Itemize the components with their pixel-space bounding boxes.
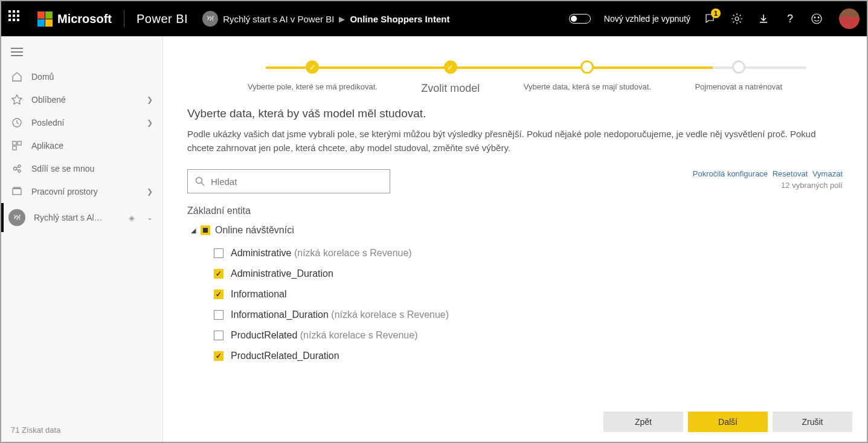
svg-rect-8 xyxy=(13,141,16,145)
hamburger-icon[interactable] xyxy=(1,41,162,65)
sidebar: Domů Oblíbené ❯ Poslední ❯ Aplikace Sdíl… xyxy=(1,36,163,442)
sidebar-item-workspace[interactable]: Pracovní prostory ❯ xyxy=(1,180,162,203)
field-checkbox[interactable] xyxy=(214,289,223,299)
step-label: Pojmenovat a natrénovat xyxy=(695,82,782,91)
top-bar: Microsoft Power BI ਅ Rychlý start s AI v… xyxy=(1,1,867,36)
sidebar-item-label: Aplikace xyxy=(31,141,63,150)
star-icon xyxy=(11,94,23,105)
next-button[interactable]: Další xyxy=(688,412,768,432)
root-checkbox[interactable] xyxy=(201,225,210,235)
sidebar-item-home[interactable]: Domů xyxy=(1,65,162,88)
field-checkbox[interactable] xyxy=(214,351,223,361)
feedback-icon[interactable] xyxy=(810,12,823,25)
field-item[interactable]: Administrative (nízká korelace s Revenue… xyxy=(187,243,833,264)
app-launcher-icon[interactable] xyxy=(8,10,25,27)
chevron-down-icon[interactable]: ⌄ xyxy=(147,213,153,222)
sidebar-active-label: Rychlý start s Al… xyxy=(34,213,103,222)
svg-rect-9 xyxy=(18,141,21,145)
search-row: Pokročilá konfigurace Resetovat Vymazat … xyxy=(187,169,843,193)
search-input[interactable] xyxy=(211,176,382,187)
sidebar-footer[interactable]: 71 Získat data xyxy=(1,418,162,442)
sidebar-item-apps[interactable]: Aplikace xyxy=(1,134,162,157)
field-item[interactable]: Informational_Duration (nízká korelace s… xyxy=(187,305,833,325)
notification-badge: 1 xyxy=(711,8,721,18)
svg-point-2 xyxy=(814,17,815,18)
clock-icon xyxy=(11,117,23,128)
field-checkbox[interactable] xyxy=(214,269,223,279)
microsoft-logo: Microsoft xyxy=(37,11,112,27)
svg-point-1 xyxy=(812,14,821,24)
field-item[interactable]: Administrative_Duration xyxy=(187,264,833,284)
main: ✓ Vyberte pole, které se má predikovat.✓… xyxy=(163,36,867,442)
chevron-right-icon: ❯ xyxy=(147,187,153,196)
settings-icon[interactable] xyxy=(730,12,744,25)
premium-diamond-icon: ◈ xyxy=(129,213,135,222)
field-label: ProductRelated (nízká korelace s Revenue… xyxy=(231,330,418,341)
top-right-controls: Nový vzhled je vypnutý 1 ? xyxy=(569,8,860,29)
help-icon[interactable]: ? xyxy=(783,12,797,25)
breadcrumb-workspace[interactable]: Rychlý start s AI v Power BI xyxy=(223,14,334,24)
user-avatar[interactable] xyxy=(839,8,860,29)
step-label: Zvolit model xyxy=(421,82,480,95)
step-0: ✓ Vyberte pole, které se má predikovat. xyxy=(248,60,378,95)
field-item[interactable]: ProductRelated_Duration xyxy=(187,346,833,366)
field-label: Informational xyxy=(231,289,287,300)
microsoft-logo-icon xyxy=(37,11,53,27)
new-look-toggle[interactable] xyxy=(569,14,591,24)
entity-heading: Základní entita xyxy=(187,205,833,216)
home-icon xyxy=(11,71,23,82)
product-label: Power BI xyxy=(137,12,188,26)
wizard-footer: Zpět Další Zrušit xyxy=(163,401,867,442)
advanced-config-link[interactable]: Pokročilá konfigurace xyxy=(693,169,768,178)
chevron-right-icon: ❯ xyxy=(147,118,153,127)
breadcrumb-current: Online Shoppers Intent xyxy=(350,14,449,24)
step-dot-icon xyxy=(732,60,745,74)
chevron-right-icon: ▶ xyxy=(339,15,345,24)
workspace-avatar-icon[interactable]: ਅ xyxy=(202,11,218,27)
workspace-pill-icon: ਅ xyxy=(8,209,25,226)
sidebar-item-star[interactable]: Oblíbené ❯ xyxy=(1,88,162,111)
sidebar-item-label: Poslední xyxy=(31,118,64,128)
clear-link[interactable]: Vymazat xyxy=(812,169,843,178)
svg-rect-10 xyxy=(13,146,16,150)
step-3: Pojmenovat a natrénovat xyxy=(695,60,782,95)
sidebar-item-label: Domů xyxy=(31,72,54,82)
sidebar-item-share[interactable]: Sdílí se se mnou xyxy=(1,157,162,180)
entity-root-label: Online návštěvníci xyxy=(215,225,294,236)
selected-count: 12 vybraných polí xyxy=(690,181,843,190)
field-checkbox[interactable] xyxy=(214,331,223,340)
reset-link[interactable]: Resetovat xyxy=(773,169,808,178)
entity-root[interactable]: ◢ Online návštěvníci xyxy=(191,225,833,236)
step-2: Vyberte data, která se mají studovat. xyxy=(524,60,651,95)
search-box[interactable] xyxy=(187,169,390,193)
field-item[interactable]: Informational xyxy=(187,284,833,305)
field-label: ProductRelated_Duration xyxy=(231,351,339,361)
tree-collapse-icon[interactable]: ◢ xyxy=(191,227,196,234)
sidebar-item-label: Oblíbené xyxy=(31,95,66,105)
stepper: ✓ Vyberte pole, které se má predikovat.✓… xyxy=(163,36,867,95)
download-icon[interactable] xyxy=(757,12,770,25)
svg-rect-15 xyxy=(14,187,20,189)
svg-line-17 xyxy=(202,183,205,186)
step-dot-icon: ✓ xyxy=(444,60,457,74)
notifications-icon[interactable]: 1 xyxy=(704,12,717,25)
content: Vyberte data, která by váš model měl stu… xyxy=(163,95,867,401)
svg-point-0 xyxy=(735,17,739,21)
svg-point-11 xyxy=(14,167,17,170)
new-look-label: Nový vzhled je vypnutý xyxy=(604,14,690,24)
workspace-icon xyxy=(11,186,23,197)
sidebar-item-active-workspace[interactable]: ਅ Rychlý start s Al… ◈ ⌄ xyxy=(1,203,162,232)
sidebar-item-label: Pracovní prostory xyxy=(31,187,98,196)
step-1: ✓ Zvolit model xyxy=(421,60,480,95)
apps-icon xyxy=(11,140,23,151)
share-icon xyxy=(11,163,23,174)
field-checkbox[interactable] xyxy=(214,310,223,320)
field-item[interactable]: ProductRelated (nízká korelace s Revenue… xyxy=(187,325,833,346)
cancel-button[interactable]: Zrušit xyxy=(773,412,852,432)
back-button[interactable]: Zpět xyxy=(603,412,683,432)
sidebar-item-clock[interactable]: Poslední ❯ xyxy=(1,111,162,134)
svg-point-16 xyxy=(196,178,202,184)
breadcrumb: ਅ Rychlý start s AI v Power BI ▶ Online … xyxy=(202,11,449,27)
page-title: Vyberte data, která by váš model měl stu… xyxy=(187,107,843,120)
field-checkbox[interactable] xyxy=(214,248,223,258)
